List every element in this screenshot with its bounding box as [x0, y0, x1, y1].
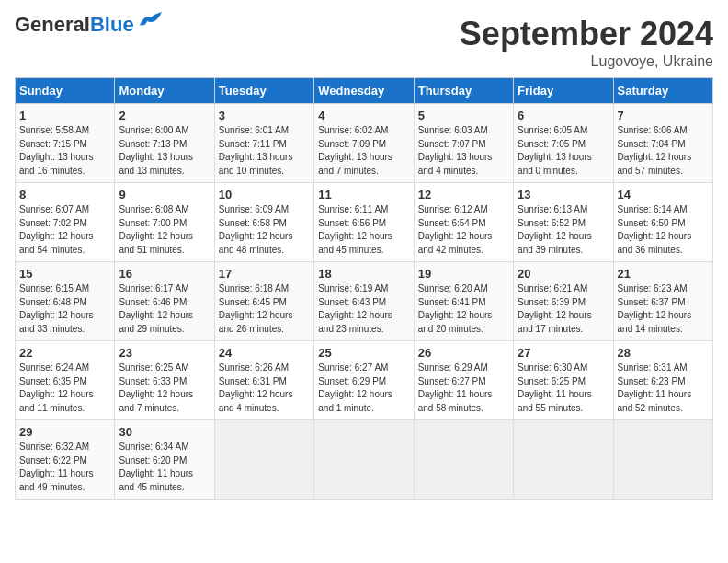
cell-content: Sunrise: 6:20 AM Sunset: 6:41 PM Dayligh…: [418, 282, 509, 336]
calendar-cell: 18Sunrise: 6:19 AM Sunset: 6:43 PM Dayli…: [314, 262, 414, 341]
calendar-cell: 11Sunrise: 6:11 AM Sunset: 6:56 PM Dayli…: [314, 183, 414, 262]
calendar-week-row: 15Sunrise: 6:15 AM Sunset: 6:48 PM Dayli…: [16, 262, 713, 341]
day-number: 22: [19, 346, 110, 360]
cell-content: Sunrise: 6:18 AM Sunset: 6:45 PM Dayligh…: [219, 282, 310, 336]
day-number: 15: [19, 267, 110, 281]
calendar-cell: 23Sunrise: 6:25 AM Sunset: 6:33 PM Dayli…: [115, 341, 214, 420]
calendar-cell: 4Sunrise: 6:02 AM Sunset: 7:09 PM Daylig…: [314, 104, 414, 183]
calendar-table: SundayMondayTuesdayWednesdayThursdayFrid…: [15, 77, 713, 500]
calendar-cell: 6Sunrise: 6:05 AM Sunset: 7:05 PM Daylig…: [514, 104, 613, 183]
cell-content: Sunrise: 6:11 AM Sunset: 6:56 PM Dayligh…: [318, 203, 409, 257]
header-day-monday: Monday: [115, 78, 214, 104]
day-number: 4: [318, 109, 409, 122]
calendar-cell: 21Sunrise: 6:23 AM Sunset: 6:37 PM Dayli…: [613, 262, 712, 341]
cell-content: Sunrise: 6:01 AM Sunset: 7:11 PM Dayligh…: [219, 124, 310, 178]
day-number: 17: [219, 267, 310, 281]
calendar-week-row: 1Sunrise: 5:58 AM Sunset: 7:15 PM Daylig…: [16, 104, 713, 183]
cell-content: Sunrise: 6:34 AM Sunset: 6:20 PM Dayligh…: [119, 441, 210, 494]
cell-content: Sunrise: 6:24 AM Sunset: 6:35 PM Dayligh…: [19, 362, 110, 415]
title-area: September 2024 Lugovoye, Ukraine: [460, 15, 713, 70]
logo: GeneralBlue: [15, 15, 162, 35]
day-number: 2: [119, 109, 210, 122]
calendar-cell: [414, 420, 513, 500]
day-number: 18: [318, 267, 409, 281]
header-day-saturday: Saturday: [613, 78, 712, 104]
day-number: 19: [418, 267, 509, 281]
calendar-cell: [514, 420, 613, 500]
calendar-week-row: 8Sunrise: 6:07 AM Sunset: 7:02 PM Daylig…: [16, 183, 713, 262]
day-number: 26: [418, 346, 509, 360]
calendar-cell: 13Sunrise: 6:13 AM Sunset: 6:52 PM Dayli…: [514, 183, 613, 262]
day-number: 1: [19, 109, 110, 122]
day-number: 8: [19, 188, 110, 201]
cell-content: Sunrise: 6:32 AM Sunset: 6:22 PM Dayligh…: [19, 441, 110, 494]
cell-content: Sunrise: 6:08 AM Sunset: 7:00 PM Dayligh…: [119, 203, 210, 257]
day-number: 6: [518, 109, 609, 122]
cell-content: Sunrise: 6:06 AM Sunset: 7:04 PM Dayligh…: [618, 124, 709, 178]
cell-content: Sunrise: 6:25 AM Sunset: 6:33 PM Dayligh…: [119, 362, 210, 415]
calendar-cell: 14Sunrise: 6:14 AM Sunset: 6:50 PM Dayli…: [613, 183, 712, 262]
calendar-cell: 30Sunrise: 6:34 AM Sunset: 6:20 PM Dayli…: [115, 420, 214, 500]
calendar-cell: 22Sunrise: 6:24 AM Sunset: 6:35 PM Dayli…: [16, 341, 115, 420]
logo-blue: Blue: [90, 13, 134, 36]
day-number: 5: [418, 109, 509, 122]
day-number: 30: [119, 425, 210, 439]
cell-content: Sunrise: 6:13 AM Sunset: 6:52 PM Dayligh…: [518, 203, 609, 257]
calendar-week-row: 29Sunrise: 6:32 AM Sunset: 6:22 PM Dayli…: [16, 420, 713, 500]
day-number: 24: [219, 346, 310, 360]
day-number: 11: [318, 188, 409, 201]
calendar-cell: [613, 420, 712, 500]
day-number: 3: [219, 109, 310, 122]
cell-content: Sunrise: 5:58 AM Sunset: 7:15 PM Dayligh…: [19, 124, 110, 178]
day-number: 23: [119, 346, 210, 360]
cell-content: Sunrise: 6:26 AM Sunset: 6:31 PM Dayligh…: [219, 362, 310, 415]
header-day-tuesday: Tuesday: [214, 78, 313, 104]
day-number: 21: [618, 267, 709, 281]
calendar-cell: 3Sunrise: 6:01 AM Sunset: 7:11 PM Daylig…: [214, 104, 313, 183]
day-number: 12: [418, 188, 509, 201]
cell-content: Sunrise: 6:07 AM Sunset: 7:02 PM Dayligh…: [19, 203, 110, 257]
calendar-cell: 10Sunrise: 6:09 AM Sunset: 6:58 PM Dayli…: [214, 183, 313, 262]
cell-content: Sunrise: 6:14 AM Sunset: 6:50 PM Dayligh…: [618, 203, 709, 257]
calendar-body: 1Sunrise: 5:58 AM Sunset: 7:15 PM Daylig…: [16, 104, 713, 500]
day-number: 16: [119, 267, 210, 281]
day-number: 27: [518, 346, 609, 360]
logo-bird-icon: [138, 12, 162, 30]
header-day-thursday: Thursday: [414, 78, 513, 104]
calendar-cell: 29Sunrise: 6:32 AM Sunset: 6:22 PM Dayli…: [16, 420, 115, 500]
calendar-cell: 16Sunrise: 6:17 AM Sunset: 6:46 PM Dayli…: [115, 262, 214, 341]
calendar-cell: 25Sunrise: 6:27 AM Sunset: 6:29 PM Dayli…: [314, 341, 414, 420]
cell-content: Sunrise: 6:03 AM Sunset: 7:07 PM Dayligh…: [418, 124, 509, 178]
calendar-cell: 27Sunrise: 6:30 AM Sunset: 6:25 PM Dayli…: [514, 341, 613, 420]
header-day-wednesday: Wednesday: [314, 78, 414, 104]
cell-content: Sunrise: 6:02 AM Sunset: 7:09 PM Dayligh…: [318, 124, 409, 178]
cell-content: Sunrise: 6:29 AM Sunset: 6:27 PM Dayligh…: [418, 362, 509, 415]
calendar-cell: 8Sunrise: 6:07 AM Sunset: 7:02 PM Daylig…: [16, 183, 115, 262]
cell-content: Sunrise: 6:12 AM Sunset: 6:54 PM Dayligh…: [418, 203, 509, 257]
calendar-cell: 26Sunrise: 6:29 AM Sunset: 6:27 PM Dayli…: [414, 341, 513, 420]
calendar-cell: [214, 420, 313, 500]
calendar-cell: 1Sunrise: 5:58 AM Sunset: 7:15 PM Daylig…: [16, 104, 115, 183]
calendar-cell: 12Sunrise: 6:12 AM Sunset: 6:54 PM Dayli…: [414, 183, 513, 262]
cell-content: Sunrise: 6:09 AM Sunset: 6:58 PM Dayligh…: [219, 203, 310, 257]
calendar-cell: 17Sunrise: 6:18 AM Sunset: 6:45 PM Dayli…: [214, 262, 313, 341]
cell-content: Sunrise: 6:05 AM Sunset: 7:05 PM Dayligh…: [518, 124, 609, 178]
calendar-cell: 19Sunrise: 6:20 AM Sunset: 6:41 PM Dayli…: [414, 262, 513, 341]
calendar-cell: 5Sunrise: 6:03 AM Sunset: 7:07 PM Daylig…: [414, 104, 513, 183]
calendar-cell: 20Sunrise: 6:21 AM Sunset: 6:39 PM Dayli…: [514, 262, 613, 341]
calendar-cell: 24Sunrise: 6:26 AM Sunset: 6:31 PM Dayli…: [214, 341, 313, 420]
logo-general: General: [15, 13, 90, 36]
day-number: 29: [19, 425, 110, 439]
header-day-sunday: Sunday: [16, 78, 115, 104]
month-title: September 2024: [460, 15, 713, 53]
day-number: 25: [318, 346, 409, 360]
cell-content: Sunrise: 6:27 AM Sunset: 6:29 PM Dayligh…: [318, 362, 409, 415]
calendar-cell: [314, 420, 414, 500]
day-number: 14: [618, 188, 709, 201]
cell-content: Sunrise: 6:21 AM Sunset: 6:39 PM Dayligh…: [518, 282, 609, 336]
day-number: 9: [119, 188, 210, 201]
day-number: 10: [219, 188, 310, 201]
day-number: 28: [618, 346, 709, 360]
day-number: 20: [518, 267, 609, 281]
cell-content: Sunrise: 6:00 AM Sunset: 7:13 PM Dayligh…: [119, 124, 210, 178]
